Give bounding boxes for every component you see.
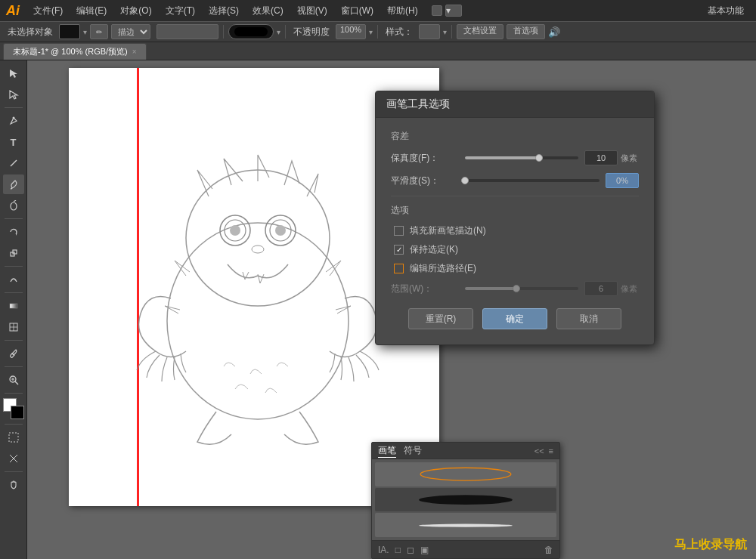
- opacity-input[interactable]: 100%: [336, 24, 366, 39]
- collapse-icon[interactable]: <<: [534, 446, 544, 456]
- menu-object[interactable]: 对象(O): [114, 3, 157, 19]
- menu-icon[interactable]: ≡: [549, 446, 553, 456]
- cancel-button[interactable]: 取消: [556, 308, 621, 329]
- workspace-label: 基本功能: [702, 3, 750, 19]
- svg-point-2: [11, 202, 17, 210]
- hand-tool[interactable]: [3, 475, 24, 495]
- fill-color[interactable]: [11, 406, 24, 419]
- style-arrow: ▾: [443, 28, 447, 36]
- range-input: 6: [584, 281, 618, 296]
- brush-tool[interactable]: [3, 174, 24, 194]
- dropdown-icon[interactable]: ▾: [445, 5, 462, 17]
- opacity-label: 不透明度: [290, 26, 333, 39]
- keep-selected-checkbox[interactable]: [394, 245, 404, 255]
- pen-tool[interactable]: [3, 111, 24, 131]
- range-unit: 像素: [621, 283, 639, 295]
- menu-text[interactable]: 文字(T): [160, 3, 201, 19]
- dialog-body: 容差 保真度(F)： 10 像素 平滑度(S)：: [376, 118, 654, 344]
- tab-bar: 未标题-1* @ 100% (RGB/预览) ×: [0, 42, 756, 60]
- doc-settings-btn[interactable]: 文档设置: [457, 24, 503, 39]
- zoom-tool[interactable]: [3, 370, 24, 390]
- artboard-tool[interactable]: [3, 428, 24, 447]
- brush-panel-icons: << ≡: [534, 446, 553, 456]
- menu-effect[interactable]: 效果(C): [246, 3, 290, 19]
- selection-tool[interactable]: [3, 63, 24, 83]
- smoothness-thumb[interactable]: [461, 177, 469, 184]
- menu-view[interactable]: 视图(V): [291, 3, 333, 19]
- brush-duplicate-icon[interactable]: ◻: [407, 545, 414, 555]
- tab-close-btn[interactable]: ×: [132, 48, 137, 56]
- draw-pencil-icon: ✏: [96, 28, 102, 36]
- menu-help[interactable]: 帮助(H): [381, 3, 424, 19]
- brush-item-3[interactable]: [375, 513, 556, 537]
- svg-line-3: [14, 200, 16, 202]
- keep-selected-label: 保持选定(K): [410, 243, 458, 256]
- smoothness-input[interactable]: 0%: [606, 173, 639, 188]
- brush-tool-dialog: 画笔工具选项 容差 保真度(F)： 10 像素: [375, 91, 655, 345]
- range-row: 范围(W)： 6 像素: [391, 281, 639, 296]
- menu-select[interactable]: 选择(S): [203, 3, 245, 19]
- type-t-label: T: [11, 137, 17, 148]
- tab-title: 未标题-1* @ 100% (RGB/预览): [13, 46, 128, 57]
- brush-new-icon[interactable]: □: [395, 545, 401, 555]
- gradient-tool[interactable]: [3, 296, 24, 316]
- fidelity-label: 保真度(F)：: [391, 152, 459, 165]
- app-logo: Ai: [6, 4, 20, 17]
- speaker-icon[interactable]: 🔊: [548, 26, 560, 38]
- scale-tool[interactable]: [3, 243, 24, 263]
- line-tool[interactable]: [3, 153, 24, 173]
- dialog-divider: [391, 196, 639, 196]
- brush-delete-icon[interactable]: 🗑: [544, 545, 553, 555]
- reset-button[interactable]: 重置(R): [408, 308, 473, 329]
- watermark: 马上收录导航: [674, 537, 747, 553]
- prefs-btn[interactable]: 首选项: [507, 24, 545, 39]
- stroke-selector[interactable]: [156, 24, 218, 39]
- svg-point-22: [275, 225, 286, 236]
- slice-tool[interactable]: [3, 449, 24, 468]
- opacity-arrow: ▾: [369, 28, 373, 36]
- menu-edit[interactable]: 编辑(E): [70, 3, 113, 19]
- blob-brush-tool[interactable]: [3, 196, 24, 215]
- ok-button[interactable]: 确定: [482, 308, 547, 329]
- edit-path-checkbox[interactable]: [394, 264, 404, 273]
- edit-path-row: 编辑所选路径(E): [391, 262, 639, 275]
- draw-mode-select[interactable]: 描边: [111, 24, 150, 39]
- svg-line-1: [11, 160, 17, 166]
- options-section-label: 选项: [391, 204, 639, 217]
- fidelity-slider[interactable]: [465, 156, 578, 159]
- svg-point-16: [186, 170, 330, 306]
- range-label: 范围(W)：: [391, 283, 459, 295]
- rotate-tool[interactable]: [3, 222, 24, 242]
- menu-window[interactable]: 窗口(W): [335, 3, 380, 19]
- canvas-tab[interactable]: 未标题-1* @ 100% (RGB/预览) ×: [3, 43, 147, 60]
- tool-sep-8: [5, 424, 23, 425]
- svg-point-0: [12, 117, 14, 119]
- mesh-tool[interactable]: [3, 317, 24, 337]
- svg-rect-14: [9, 433, 18, 442]
- canvas-area[interactable]: 画笔工具选项 容差 保真度(F)： 10 像素: [27, 60, 756, 559]
- smoothness-slider[interactable]: [465, 179, 600, 182]
- draw-mode-icon[interactable]: ✏: [90, 24, 108, 39]
- eyedropper-tool[interactable]: [3, 344, 24, 363]
- direct-selection-tool[interactable]: [3, 85, 24, 104]
- fill-arrow: ▾: [83, 28, 87, 36]
- tool-sep-6: [5, 366, 23, 367]
- fill-new-checkbox[interactable]: [394, 226, 404, 236]
- svg-line-11: [15, 381, 18, 385]
- brush-library-icon[interactable]: IA.: [378, 545, 389, 555]
- keep-selected-row: 保持选定(K): [391, 243, 639, 256]
- type-tool[interactable]: T: [3, 132, 24, 152]
- left-toolpanel: T: [0, 60, 27, 559]
- style-box[interactable]: [419, 24, 440, 39]
- separator-2: [285, 25, 286, 39]
- fill-color-box[interactable]: [59, 24, 80, 39]
- selection-label: 未选择对象: [5, 26, 56, 39]
- menu-file[interactable]: 文件(F): [27, 3, 69, 19]
- brush-options-icon[interactable]: ▣: [420, 545, 429, 555]
- fidelity-thumb[interactable]: [535, 154, 543, 162]
- fidelity-input[interactable]: 10: [584, 150, 618, 165]
- stroke-pill-inner: [234, 27, 268, 36]
- warp-tool[interactable]: [3, 270, 24, 289]
- dialog-title: 画笔工具选项: [376, 91, 654, 118]
- svg-rect-6: [10, 304, 17, 308]
